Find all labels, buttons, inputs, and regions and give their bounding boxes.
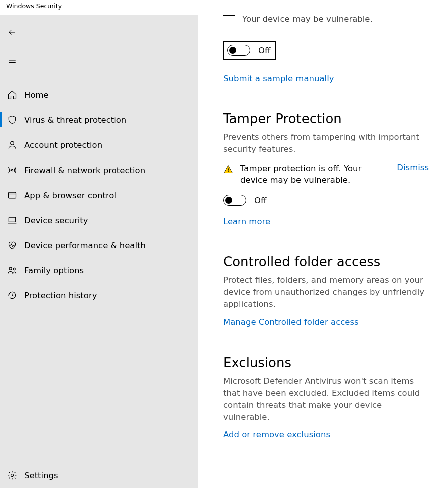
sidebar-item-label: App & browser control bbox=[24, 191, 116, 200]
svg-point-3 bbox=[9, 267, 12, 270]
sidebar-item-label: Virus & threat protection bbox=[24, 115, 126, 125]
svg-rect-1 bbox=[9, 192, 16, 198]
sidebar-item-label: Device security bbox=[24, 216, 88, 225]
sidebar: Home Virus & threat protection Account p… bbox=[0, 15, 198, 488]
main-content: Your device may be vulnerable. Off Submi… bbox=[198, 15, 448, 488]
svg-rect-2 bbox=[9, 217, 15, 222]
sidebar-item-label: Account protection bbox=[24, 140, 102, 150]
back-button[interactable] bbox=[0, 20, 24, 44]
sidebar-item-account[interactable]: Account protection bbox=[0, 132, 198, 157]
heart-icon bbox=[0, 240, 24, 250]
window-title: Windows Security bbox=[0, 0, 448, 15]
toggle-state-label: Off bbox=[258, 46, 270, 55]
cfa-title: Controlled folder access bbox=[223, 254, 429, 269]
family-icon bbox=[0, 265, 24, 275]
svg-point-5 bbox=[11, 474, 14, 477]
sidebar-item-label: Family options bbox=[24, 266, 84, 275]
sidebar-item-label: Device performance & health bbox=[24, 241, 146, 250]
tamper-title: Tamper Protection bbox=[223, 111, 429, 126]
sidebar-item-settings[interactable]: Settings bbox=[0, 463, 198, 488]
cfa-section: Controlled folder access Protect files, … bbox=[223, 254, 429, 327]
exclusions-section: Exclusions Microsoft Defender Antivirus … bbox=[223, 355, 429, 440]
sidebar-item-performance[interactable]: Device performance & health bbox=[0, 233, 198, 258]
partial-warning-text: Your device may be vulnerable. bbox=[223, 15, 438, 24]
signal-icon bbox=[0, 165, 24, 175]
history-icon bbox=[0, 290, 24, 300]
sidebar-item-home[interactable]: Home bbox=[0, 82, 198, 107]
back-arrow-icon bbox=[8, 28, 17, 37]
shield-icon bbox=[0, 115, 24, 125]
sidebar-item-device-security[interactable]: Device security bbox=[0, 208, 198, 233]
sidebar-item-label: Home bbox=[24, 90, 49, 100]
sidebar-item-label: Protection history bbox=[24, 291, 97, 300]
home-icon bbox=[0, 90, 24, 100]
sidebar-item-family[interactable]: Family options bbox=[0, 258, 198, 283]
exclusions-title: Exclusions bbox=[223, 355, 429, 370]
app-icon bbox=[0, 190, 24, 200]
submit-sample-link[interactable]: Submit a sample manually bbox=[223, 74, 334, 83]
hamburger-icon bbox=[8, 56, 17, 65]
svg-point-4 bbox=[13, 268, 15, 270]
learn-more-link[interactable]: Learn more bbox=[223, 217, 270, 226]
svg-rect-7 bbox=[228, 171, 229, 172]
tamper-section: Tamper Protection Prevents others from t… bbox=[223, 111, 429, 226]
warning-icon bbox=[223, 164, 233, 176]
manage-cfa-link[interactable]: Manage Controlled folder access bbox=[223, 317, 359, 327]
sidebar-item-label: Firewall & network protection bbox=[24, 166, 145, 175]
person-icon bbox=[0, 140, 24, 150]
sample-submission-toggle-focused[interactable]: Off bbox=[223, 41, 276, 60]
toggle-state-label: Off bbox=[254, 196, 266, 205]
svg-point-0 bbox=[11, 141, 14, 145]
sidebar-item-virus-threat[interactable]: Virus & threat protection bbox=[0, 107, 198, 132]
sidebar-item-firewall[interactable]: Firewall & network protection bbox=[0, 157, 198, 183]
gear-icon bbox=[0, 470, 24, 480]
hamburger-button[interactable] bbox=[0, 48, 24, 72]
tamper-desc: Prevents others from tampering with impo… bbox=[223, 131, 429, 155]
nav-list: Home Virus & threat protection Account p… bbox=[0, 82, 198, 308]
exclusions-link[interactable]: Add or remove exclusions bbox=[223, 430, 330, 439]
sidebar-item-app-browser[interactable]: App & browser control bbox=[0, 183, 198, 208]
cfa-desc: Protect files, folders, and memory areas… bbox=[223, 274, 429, 310]
laptop-icon bbox=[0, 215, 24, 225]
exclusions-desc: Microsoft Defender Antivirus won't scan … bbox=[223, 375, 429, 423]
dismiss-link[interactable]: Dismiss bbox=[397, 162, 429, 172]
svg-rect-6 bbox=[228, 168, 229, 170]
toggle-switch[interactable] bbox=[227, 45, 250, 56]
tamper-toggle[interactable] bbox=[223, 195, 246, 206]
sidebar-item-history[interactable]: Protection history bbox=[0, 283, 198, 308]
tamper-warning-text: Tamper protection is off. Your device ma… bbox=[240, 162, 382, 186]
sidebar-item-label: Settings bbox=[24, 471, 58, 480]
